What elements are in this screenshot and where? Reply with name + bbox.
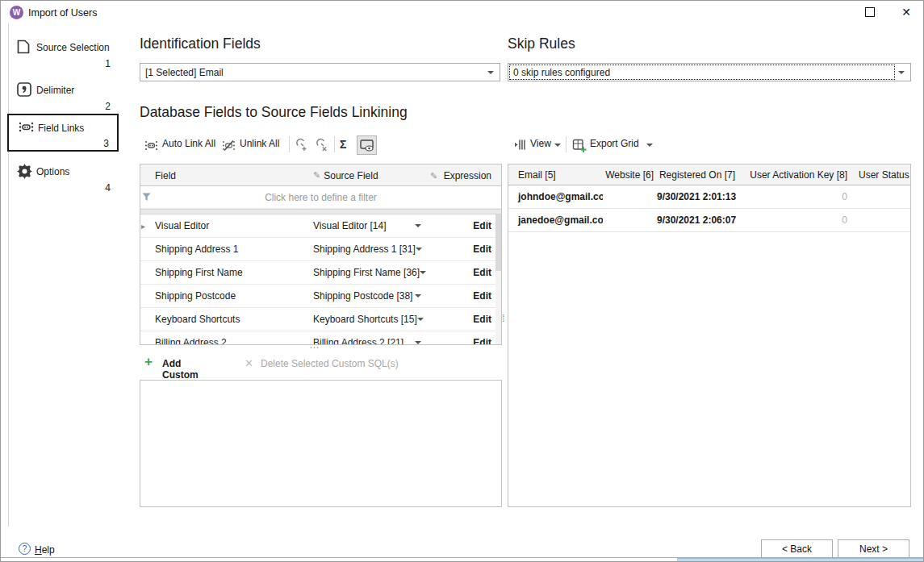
preview-grid-header[interactable]: Email [5]Website [6]Registered On [7]Use…	[508, 164, 910, 185]
skip-rules-heading: Skip Rules	[508, 35, 575, 52]
maximize-button[interactable]	[858, 1, 882, 23]
delete-custom-sql-button[interactable]: Delete Selected Custom SQL(s)	[261, 358, 399, 369]
chevron-down-icon	[646, 144, 653, 147]
source-field-value: Billing Address 2 [21]	[313, 337, 403, 345]
table-row[interactable]: janedoe@gmail.com9/30/2021 2:06:070	[508, 209, 910, 232]
column-header-source-field[interactable]: ✎ Source Field	[310, 170, 429, 181]
source-field-select[interactable]: Billing Address 2 [21]	[310, 337, 429, 345]
expression-sigma-icon[interactable]: Σ	[340, 138, 346, 151]
skip-rules-dropdown[interactable]: 0 skip rules configured	[508, 63, 911, 81]
add-link-icon[interactable]	[294, 138, 309, 153]
chevron-down-icon	[415, 341, 421, 344]
source-field-select[interactable]: Shipping First Name [36]	[310, 267, 429, 278]
identification-fields-dropdown[interactable]: [1 Selected] Email	[140, 63, 500, 81]
sidebar-item-delimiter[interactable]: Delimiter2	[7, 77, 119, 113]
monitor-eye-icon	[360, 139, 374, 152]
sidebar-item-label: Delimiter	[36, 85, 74, 96]
table-row[interactable]: Shipping First NameShipping First Name […	[140, 261, 501, 285]
preview-column-header[interactable]: Email [5]	[508, 169, 603, 181]
registered-on-cell: 9/30/2021 2:01:13	[657, 191, 740, 202]
window-title: Import of Users	[28, 7, 97, 19]
source-field-value: Shipping Postcode [38]	[313, 290, 412, 302]
preview-column-header[interactable]: Website [6]	[603, 169, 657, 181]
view-columns-icon	[514, 139, 527, 151]
vertical-scrollbar[interactable]	[495, 214, 501, 344]
sidebar-item-source-selection[interactable]: Source Selection1	[7, 35, 119, 70]
scrollbar-thumb[interactable]	[495, 214, 501, 271]
preview-column-header[interactable]: User Status [9]	[857, 169, 910, 181]
table-row[interactable]: Billing Address 2Billing Address 2 [21]E…	[140, 331, 501, 345]
chevron-down-icon	[487, 71, 494, 74]
gear-icon	[17, 164, 31, 178]
edit-expression-link[interactable]: Edit	[429, 220, 501, 231]
edit-expression-link[interactable]: Edit	[429, 314, 501, 325]
filter-row[interactable]: Click here to define a filter	[140, 186, 501, 209]
toolbar-separator	[334, 136, 335, 152]
email-cell: johndoe@gmail.co	[508, 191, 603, 202]
add-icon: +	[144, 354, 153, 370]
grid-resize-grip[interactable]: …	[309, 339, 320, 351]
registered-on-cell: 9/30/2021 2:06:07	[657, 214, 740, 226]
preview-toggle-button[interactable]	[357, 135, 377, 155]
auto-link-all-button[interactable]: Auto Link All	[162, 138, 215, 149]
help-link[interactable]: Help	[35, 544, 55, 556]
pencil-icon: ✎	[313, 170, 320, 181]
column-header-field[interactable]: Field	[150, 170, 310, 181]
table-row[interactable]: Shipping PostcodeShipping Postcode [38]E…	[140, 285, 501, 308]
remove-link-icon[interactable]	[314, 138, 329, 153]
chevron-down-icon	[415, 294, 421, 298]
table-row[interactable]: ▸Visual EditorVisual Editor [14]Edit	[140, 214, 501, 238]
custom-sql-editor[interactable]	[140, 380, 502, 507]
activation-key-cell: 0	[740, 191, 857, 202]
sidebar-item-label: Options	[36, 166, 69, 177]
edit-expression-link[interactable]: Edit	[429, 244, 501, 255]
chevron-down-icon	[416, 248, 422, 251]
table-row[interactable]: johndoe@gmail.co9/30/2021 2:01:130	[508, 185, 910, 209]
field-name: Shipping First Name	[150, 267, 310, 278]
unlink-all-button[interactable]: Unlink All	[240, 138, 279, 149]
sidebar-item-options[interactable]: Options4	[7, 159, 119, 194]
document-icon	[17, 40, 31, 54]
delete-icon: ✕	[245, 357, 253, 369]
edit-expression-link[interactable]: Edit	[429, 267, 501, 278]
field-name: Visual Editor	[150, 220, 310, 231]
close-button[interactable]: ✕	[893, 1, 919, 23]
chevron-down-icon	[415, 224, 421, 227]
chevron-down-icon	[417, 318, 424, 321]
view-button[interactable]: View	[530, 138, 551, 149]
identification-fields-value: [1 Selected] Email	[145, 67, 224, 78]
preview-column-header[interactable]: Registered On [7]	[657, 169, 740, 181]
back-button[interactable]: < Back	[761, 539, 833, 559]
chevron-down-icon	[898, 71, 905, 74]
grid-divider-strip	[140, 209, 501, 214]
background-window-edge	[677, 558, 924, 562]
quote-icon	[17, 82, 31, 97]
unlink-icon	[222, 139, 236, 152]
export-grid-button[interactable]: Export Grid	[590, 138, 639, 149]
title-bar: W Import of Users ✕	[1, 1, 923, 25]
source-field-select[interactable]: Visual Editor [14]	[310, 220, 429, 231]
app-icon: W	[10, 6, 23, 19]
panel-splitter-grip[interactable]: ⁞	[502, 312, 506, 324]
source-field-select[interactable]: Shipping Postcode [38]	[310, 290, 429, 302]
chevron-down-icon	[420, 271, 426, 274]
table-row[interactable]: Shipping Address 1Shipping Address 1 [31…	[140, 238, 501, 261]
skip-rules-value: 0 skip rules configured	[513, 67, 610, 78]
auto-link-icon	[144, 139, 158, 152]
field-links-grid-header[interactable]: Field ✎ Source Field ✎ Expression	[140, 164, 501, 186]
identification-fields-heading: Identification Fields	[140, 35, 261, 52]
pencil-icon: ✎	[430, 171, 437, 181]
column-header-expression[interactable]: ✎ Expression	[429, 170, 501, 181]
edit-expression-link[interactable]: Edit	[429, 337, 501, 345]
table-row[interactable]: Keyboard ShortcutsKeyboard Shortcuts [15…	[140, 308, 501, 331]
preview-column-header[interactable]: User Activation Key [8]	[740, 169, 857, 181]
edit-expression-link[interactable]: Edit	[429, 290, 501, 302]
linking-heading: Database Fields to Source Fields Linkini…	[140, 104, 408, 121]
source-field-select[interactable]: Shipping Address 1 [31]	[310, 244, 429, 255]
source-field-value: Keyboard Shortcuts [15]	[313, 314, 417, 325]
linking-toolbar: Auto Link All Unlink All Σ View Export G	[1, 135, 924, 157]
filter-placeholder: Click here to define a filter	[140, 192, 501, 203]
next-button[interactable]: Next >	[838, 539, 909, 559]
source-field-select[interactable]: Keyboard Shortcuts [15]	[310, 314, 429, 325]
links-icon	[19, 120, 33, 135]
